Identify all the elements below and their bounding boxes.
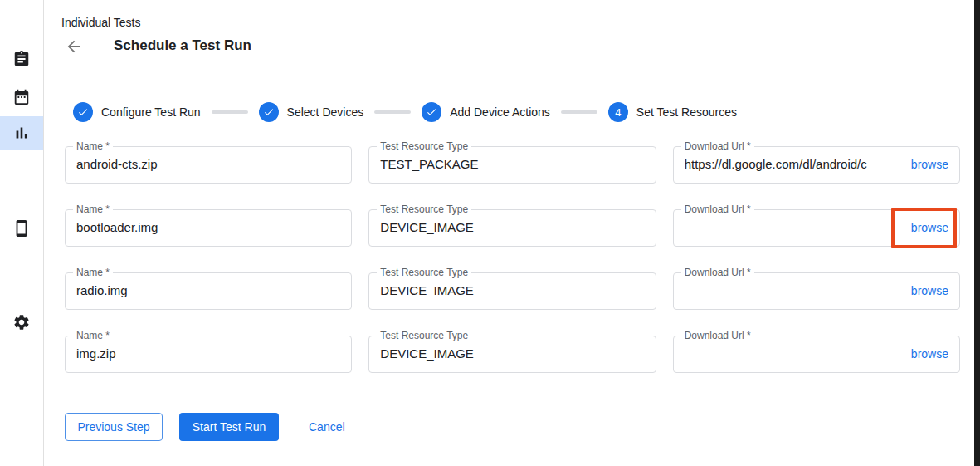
sidebar-item-test-plans[interactable] <box>0 81 43 114</box>
field-label: Name * <box>73 140 113 152</box>
field-label: Download Url * <box>681 204 754 215</box>
step-connector <box>374 110 411 114</box>
field-label: Test Resource Type <box>377 330 471 341</box>
step-done-circle <box>259 102 279 122</box>
test-resources-form: Name * android-cts.zip Test Resource Typ… <box>65 146 960 373</box>
smartphone-icon <box>12 219 31 238</box>
step-select-devices[interactable]: Select Devices <box>259 102 364 122</box>
browse-link[interactable]: browse <box>911 284 948 297</box>
name-value: bootloader.img <box>76 220 343 234</box>
field-label: Test Resource Type <box>377 267 471 278</box>
previous-step-button[interactable]: Previous Step <box>65 413 163 441</box>
name-field[interactable]: Name * android-cts.zip <box>65 146 352 184</box>
sidebar-item-settings[interactable] <box>0 306 43 339</box>
arrow-back-icon <box>65 37 83 56</box>
bar-chart-icon <box>12 124 31 142</box>
step-done-circle <box>422 102 441 122</box>
browse-link[interactable]: browse <box>911 221 948 234</box>
name-field[interactable]: Name * bootloader.img <box>65 209 352 247</box>
sidebar-item-tests[interactable] <box>0 42 43 76</box>
download-url-field[interactable]: Download Url * browse <box>673 336 960 373</box>
name-value: img.zip <box>76 346 343 361</box>
sidebar-item-test-runs[interactable] <box>0 116 43 150</box>
step-set-test-resources[interactable]: 4 Set Test Resources <box>608 102 737 122</box>
stepper: Configure Test Run Select Devices Add De… <box>73 102 737 122</box>
browse-link[interactable]: browse <box>911 158 948 171</box>
field-label: Name * <box>73 267 113 278</box>
name-field[interactable]: Name * radio.img <box>65 272 352 310</box>
step-add-device-actions[interactable]: Add Device Actions <box>422 102 550 122</box>
header-divider <box>45 81 974 81</box>
resource-type-value: DEVICE_IMAGE <box>380 220 646 234</box>
field-label: Download Url * <box>681 140 754 152</box>
step-label: Add Device Actions <box>450 105 550 119</box>
field-label: Download Url * <box>681 330 754 341</box>
name-field[interactable]: Name * img.zip <box>65 336 352 373</box>
resource-type-field[interactable]: Test Resource Type DEVICE_IMAGE <box>368 272 656 310</box>
field-label: Test Resource Type <box>377 140 471 152</box>
resource-type-value: DEVICE_IMAGE <box>380 346 646 361</box>
app-window: Individual Tests Schedule a Test Run Con… <box>0 0 980 466</box>
settings-gear-icon <box>12 313 31 331</box>
field-label: Name * <box>73 330 113 341</box>
sidebar <box>0 0 44 466</box>
browse-link[interactable]: browse <box>911 347 948 361</box>
resource-type-field[interactable]: Test Resource Type TEST_PACKAGE <box>368 146 656 184</box>
cancel-button[interactable]: Cancel <box>309 413 345 441</box>
check-icon <box>77 106 89 118</box>
check-icon <box>263 106 275 118</box>
download-url-field[interactable]: Download Url * browse <box>673 272 960 310</box>
breadcrumb: Individual Tests <box>61 16 140 29</box>
download-url-field[interactable]: Download Url * https://dl.google.com/dl/… <box>673 146 960 184</box>
form-actions: Previous Step Start Test Run Cancel <box>65 413 345 441</box>
download-url-field[interactable]: Download Url * browse <box>673 209 960 247</box>
download-url-value: https://dl.google.com/dl/android/c <box>685 157 896 171</box>
name-value: radio.img <box>76 283 343 297</box>
sidebar-item-devices[interactable] <box>0 212 43 245</box>
step-done-circle <box>73 102 93 122</box>
page-title: Schedule a Test Run <box>114 37 251 54</box>
calendar-icon <box>12 88 31 106</box>
name-value: android-cts.zip <box>76 157 343 171</box>
field-label: Test Resource Type <box>377 204 471 215</box>
step-label: Set Test Resources <box>636 105 737 119</box>
step-number: 4 <box>615 106 621 119</box>
check-icon <box>426 106 437 118</box>
back-button[interactable] <box>65 37 83 56</box>
field-label: Name * <box>73 204 113 215</box>
start-test-run-button[interactable]: Start Test Run <box>179 413 279 441</box>
step-label: Select Devices <box>287 105 364 119</box>
assignment-icon <box>12 50 31 68</box>
resource-type-value: TEST_PACKAGE <box>380 157 646 171</box>
resource-type-value: DEVICE_IMAGE <box>380 283 646 297</box>
step-configure-test-run[interactable]: Configure Test Run <box>73 102 201 122</box>
step-number-circle: 4 <box>608 102 628 122</box>
step-connector <box>212 110 248 114</box>
window-right-edge-bar <box>974 0 980 466</box>
step-connector <box>561 110 597 114</box>
resource-type-field[interactable]: Test Resource Type DEVICE_IMAGE <box>368 209 656 247</box>
step-label: Configure Test Run <box>101 105 201 119</box>
field-label: Download Url * <box>681 267 754 278</box>
resource-type-field[interactable]: Test Resource Type DEVICE_IMAGE <box>368 336 656 373</box>
